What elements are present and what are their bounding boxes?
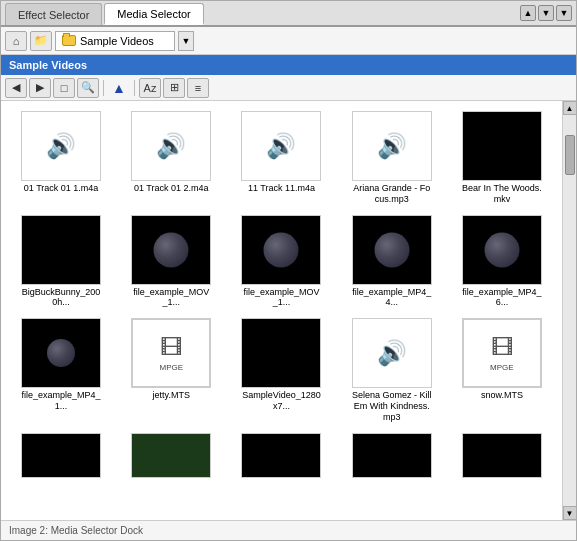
file-name: file_example_MP4_6... (462, 287, 542, 309)
mpge-badge: 🎞 MPGE (132, 319, 210, 387)
scroll-down-arrow[interactable]: ▼ (563, 506, 577, 520)
path-dropdown[interactable]: ▼ (178, 31, 194, 51)
zoom-button[interactable]: 🔍 (77, 78, 99, 98)
separator (103, 80, 104, 96)
file-thumbnail (462, 111, 542, 181)
scrollbar[interactable]: ▲ ▼ (562, 101, 576, 520)
file-thumbnail: 🔊 (131, 111, 211, 181)
folder-icon (62, 35, 76, 46)
planet-overlay (154, 232, 189, 267)
list-item[interactable]: SampleVideo_1280x7... (229, 316, 333, 424)
file-thumbnail (462, 433, 542, 478)
file-name: 11 Track 11.m4a (248, 183, 315, 194)
file-thumbnail (21, 433, 101, 478)
planet-overlay (374, 232, 409, 267)
tab-effect[interactable]: Effect Selector (5, 3, 102, 25)
file-thumbnail (131, 215, 211, 285)
mpge-label: MPGE (490, 363, 514, 372)
folder-button[interactable]: 📁 (30, 31, 52, 51)
file-thumbnail (131, 433, 211, 478)
file-name: jetty.MTS (153, 390, 190, 401)
list-item[interactable] (9, 431, 113, 481)
mpge-label: MPGE (160, 363, 184, 372)
list-item[interactable] (229, 431, 333, 481)
file-name: 01 Track 01 1.m4a (24, 183, 99, 194)
menu-button[interactable]: ▼ (556, 5, 572, 21)
file-thumbnail: 🎞 MPGE (462, 318, 542, 388)
file-name: 01 Track 01 2.m4a (134, 183, 209, 194)
list-item[interactable]: 🎞 MPGE jetty.MTS (119, 316, 223, 424)
film-reel-icon: 🎞 (491, 335, 513, 361)
file-name: file_example_MOV_1... (131, 287, 211, 309)
audio-icon: 🔊 (377, 132, 407, 160)
file-thumbnail (21, 318, 101, 388)
main-container: Effect Selector Media Selector ▲ ▼ ▼ ⌂ 📁… (0, 0, 577, 541)
list-item[interactable]: file_example_MOV_1... (119, 213, 223, 311)
audio-icon: 🔊 (377, 339, 407, 367)
list-button[interactable]: ≡ (187, 78, 209, 98)
tab-bar: Effect Selector Media Selector ▲ ▼ ▼ (1, 1, 576, 27)
list-item[interactable]: file_example_MOV_1... (229, 213, 333, 311)
list-item[interactable]: BigBuckBunny_2000h... (9, 213, 113, 311)
film-reel-icon: 🎞 (160, 335, 182, 361)
list-item[interactable] (119, 431, 223, 481)
file-name: Selena Gomez - Kill Em With Kindness.mp3 (352, 390, 432, 422)
scroll-up-arrow[interactable]: ▲ (563, 101, 577, 115)
toolbar2: ◀ ▶ □ 🔍 ▲ Az ⊞ ≡ (1, 75, 576, 101)
list-item[interactable]: file_example_MP4_4... (340, 213, 444, 311)
list-item[interactable] (450, 431, 554, 481)
list-item[interactable]: 🔊 01 Track 01 2.m4a (119, 109, 223, 207)
list-item[interactable]: 🔊 11 Track 11.m4a (229, 109, 333, 207)
file-thumbnail (352, 433, 432, 478)
view-button[interactable]: □ (53, 78, 75, 98)
forward-button[interactable]: ▶ (29, 78, 51, 98)
list-item[interactable]: 🔊 Selena Gomez - Kill Em With Kindness.m… (340, 316, 444, 424)
list-item[interactable]: file_example_MP4_1... (9, 316, 113, 424)
file-thumbnail (21, 215, 101, 285)
minimize-button[interactable]: ▲ (520, 5, 536, 21)
file-name: file_example_MOV_1... (241, 287, 321, 309)
file-thumbnail (241, 318, 321, 388)
list-item[interactable]: Bear In The Woods.mkv (450, 109, 554, 207)
file-thumbnail (462, 215, 542, 285)
list-item[interactable]: 🔊 Ariana Grande - Focus.mp3 (340, 109, 444, 207)
scroll-track[interactable] (563, 115, 577, 506)
file-thumbnail (352, 215, 432, 285)
file-grid: 🔊 01 Track 01 1.m4a 🔊 01 Track 01 2.m4a … (1, 101, 562, 520)
audio-icon: 🔊 (156, 132, 186, 160)
list-item[interactable]: 🔊 01 Track 01 1.m4a (9, 109, 113, 207)
file-name: SampleVideo_1280x7... (241, 390, 321, 412)
planet-overlay (264, 232, 299, 267)
audio-icon: 🔊 (46, 132, 76, 160)
mpge-badge: 🎞 MPGE (463, 319, 541, 387)
list-item[interactable]: file_example_MP4_6... (450, 213, 554, 311)
file-area-wrapper: 🔊 01 Track 01 1.m4a 🔊 01 Track 01 2.m4a … (1, 101, 576, 520)
grid-button[interactable]: ⊞ (163, 78, 185, 98)
back-button[interactable]: ◀ (5, 78, 27, 98)
section-header: Sample Videos (1, 55, 576, 75)
list-item[interactable]: 🎞 MPGE snow.MTS (450, 316, 554, 424)
file-name: Bear In The Woods.mkv (462, 183, 542, 205)
separator2 (134, 80, 135, 96)
tab-right-buttons: ▲ ▼ ▼ (520, 5, 572, 21)
file-name: snow.MTS (481, 390, 523, 401)
home-button[interactable]: ⌂ (5, 31, 27, 51)
sort-up-button[interactable]: ▲ (108, 78, 130, 98)
file-thumbnail: 🔊 (352, 111, 432, 181)
planet-overlay (484, 232, 519, 267)
file-name: file_example_MP4_4... (352, 287, 432, 309)
tab-media[interactable]: Media Selector (104, 3, 203, 25)
file-name: file_example_MP4_1... (21, 390, 101, 412)
file-thumbnail (241, 433, 321, 478)
file-thumbnail: 🔊 (352, 318, 432, 388)
file-thumbnail: 🔊 (21, 111, 101, 181)
text-sort-button[interactable]: Az (139, 78, 161, 98)
scroll-thumb[interactable] (565, 135, 575, 175)
toolbar1: ⌂ 📁 Sample Videos ▼ (1, 27, 576, 55)
file-name: BigBuckBunny_2000h... (21, 287, 101, 309)
planet-overlay (47, 339, 75, 367)
list-item[interactable] (340, 431, 444, 481)
expand-button[interactable]: ▼ (538, 5, 554, 21)
file-thumbnail: 🎞 MPGE (131, 318, 211, 388)
file-thumbnail (241, 215, 321, 285)
